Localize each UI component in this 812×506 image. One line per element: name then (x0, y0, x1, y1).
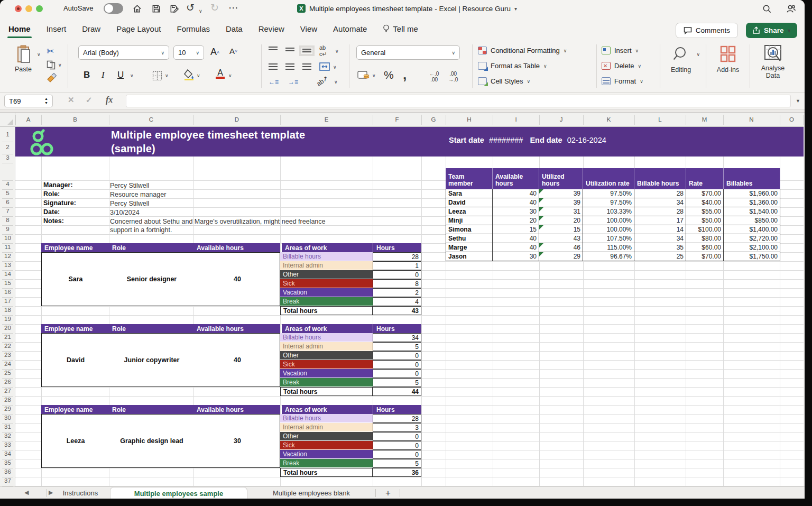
column-header[interactable]: H (446, 113, 493, 126)
cell[interactable]: $50.00 (686, 216, 724, 225)
cell[interactable]: $70.00 (686, 252, 724, 261)
row-header[interactable]: 30 (0, 415, 15, 423)
underline-button[interactable]: U (117, 70, 124, 80)
borders-icon[interactable] (152, 71, 162, 81)
emp-col-header[interactable]: Areas of work (282, 324, 373, 333)
column-header[interactable]: I (493, 113, 539, 126)
wrap-text-icon[interactable]: abc↵ (319, 44, 327, 58)
align-left-icon[interactable] (269, 63, 278, 70)
area-label-cell[interactable]: Internal admin (280, 423, 373, 432)
undo-chevron-icon[interactable]: ∨ (199, 5, 202, 17)
summary-col-header[interactable]: Billable hours (634, 168, 686, 189)
row-header[interactable]: 20 (0, 325, 15, 333)
people-icon[interactable] (786, 4, 796, 14)
row-header[interactable]: 34 (0, 450, 15, 459)
row-header[interactable]: 37 (0, 477, 15, 486)
row-header[interactable]: 21 (0, 334, 15, 342)
font-name-select[interactable]: Arial (Body)∨ (78, 45, 169, 60)
number-format-select[interactable]: General∨ (356, 45, 460, 60)
copy-chevron-icon[interactable]: ∨ (58, 62, 62, 68)
insert-function-icon[interactable]: fx (106, 95, 113, 105)
column-header[interactable]: O (780, 113, 804, 126)
cell[interactable]: 97.50% (583, 198, 634, 207)
comments-button[interactable]: Comments (676, 23, 738, 38)
cell[interactable]: 43 (539, 234, 583, 243)
cell[interactable]: 30 (493, 252, 539, 261)
cell[interactable]: 28 (634, 189, 686, 198)
area-hours-cell[interactable]: 2 (373, 288, 421, 297)
analyse-data-button[interactable]: AnalyseData (753, 44, 793, 79)
orientation-icon[interactable]: ab↗ (315, 75, 329, 88)
area-label-cell[interactable]: Billable hours (280, 333, 373, 342)
row-header[interactable]: 25 (0, 370, 15, 378)
area-hours-cell[interactable]: 5 (373, 342, 421, 351)
area-hours-cell[interactable]: 0 (373, 441, 421, 450)
cell[interactable]: 20 (493, 216, 539, 225)
total-hours-value[interactable]: 44 (373, 387, 421, 396)
cell[interactable]: 100.00% (583, 216, 634, 225)
cell[interactable]: $1,750.00 (724, 252, 780, 261)
emp-col-header[interactable]: Employee name (41, 405, 109, 414)
cell[interactable]: 29 (539, 252, 583, 261)
sheet-tab-instructions[interactable]: Instructions (51, 487, 110, 499)
cell[interactable]: 40 (493, 243, 539, 252)
row-header[interactable]: 28 (0, 397, 15, 405)
tab-insert[interactable]: Insert (47, 17, 67, 40)
comma-icon[interactable]: , (403, 67, 407, 83)
column-header[interactable]: A (15, 113, 41, 126)
row-header[interactable]: 27 (0, 388, 15, 396)
emp-col-header[interactable]: Role (109, 243, 193, 252)
undo-icon[interactable]: ↺ (186, 2, 195, 14)
row-header[interactable]: 14 (0, 271, 15, 279)
emp-col-header[interactable]: Hours (373, 243, 421, 252)
area-label-cell[interactable]: Internal admin (280, 261, 373, 270)
align-bottom-icon[interactable] (302, 49, 311, 53)
name-box-spinner[interactable]: ▲▼ (44, 97, 48, 105)
area-hours-cell[interactable]: 28 (373, 414, 421, 423)
column-header[interactable]: J (539, 113, 583, 126)
align-middle-icon[interactable] (285, 48, 294, 52)
increase-decimal-icon[interactable]: ←.0.00 (429, 71, 439, 82)
area-label-cell[interactable]: Vacation (280, 288, 373, 297)
decrease-decimal-icon[interactable]: .00→.0 (448, 71, 458, 82)
emp-col-header[interactable]: Areas of work (282, 405, 373, 414)
align-center-icon[interactable] (285, 63, 294, 70)
format-cells-button[interactable]: Format∨ (602, 77, 643, 85)
autosave-toggle[interactable] (104, 3, 123, 14)
decrease-font-icon[interactable]: A˅ (229, 47, 237, 56)
editing-button[interactable]: ∨ Editing (664, 45, 698, 73)
cell[interactable]: $70.00 (686, 189, 724, 198)
row-header[interactable]: 4 (0, 181, 15, 189)
select-all-corner[interactable] (0, 113, 15, 127)
row-header[interactable]: 31 (0, 424, 15, 432)
confirm-entry-icon[interactable]: ✓ (86, 95, 93, 105)
emp-col-header[interactable]: Hours (373, 324, 421, 333)
cell[interactable]: 15 (493, 225, 539, 234)
cell[interactable]: 34 (634, 234, 686, 243)
area-label-cell[interactable]: Break (280, 297, 373, 306)
cell[interactable]: 31 (539, 207, 583, 216)
employee-info-cell[interactable]: David Junior copywriter 40 (41, 333, 280, 387)
orientation-chevron-icon[interactable]: ∨ (334, 79, 338, 85)
sheet-area[interactable]: Multiple employee timesheet template (sa… (15, 127, 804, 486)
emp-col-header[interactable]: Hours (373, 405, 421, 414)
home-icon[interactable] (132, 4, 142, 14)
tab-tell-me[interactable]: Tell me (383, 17, 418, 40)
tab-home[interactable]: Home (8, 17, 31, 40)
row-header[interactable]: 16 (0, 289, 15, 297)
row-header[interactable]: 6 (0, 199, 15, 207)
area-label-cell[interactable]: Sick (280, 360, 373, 369)
cell[interactable]: 25 (634, 252, 686, 261)
formula-input[interactable] (126, 95, 791, 107)
minimize-button[interactable] (25, 5, 32, 12)
area-label-cell[interactable]: Other (280, 351, 373, 360)
increase-indent-icon[interactable]: →≡ (288, 78, 298, 86)
area-label-cell[interactable]: Other (280, 270, 373, 279)
italic-button[interactable]: I (102, 70, 105, 80)
row-header[interactable]: 12 (0, 253, 15, 261)
row-header[interactable]: 22 (0, 343, 15, 351)
sheet-tab-multiple-employees-sample[interactable]: Multiple employees sample (110, 487, 247, 499)
row-header[interactable]: 23 (0, 352, 15, 360)
cell[interactable]: Jason (446, 252, 493, 261)
window-title-area[interactable]: X Multiple employees timesheet template … (222, 0, 592, 17)
